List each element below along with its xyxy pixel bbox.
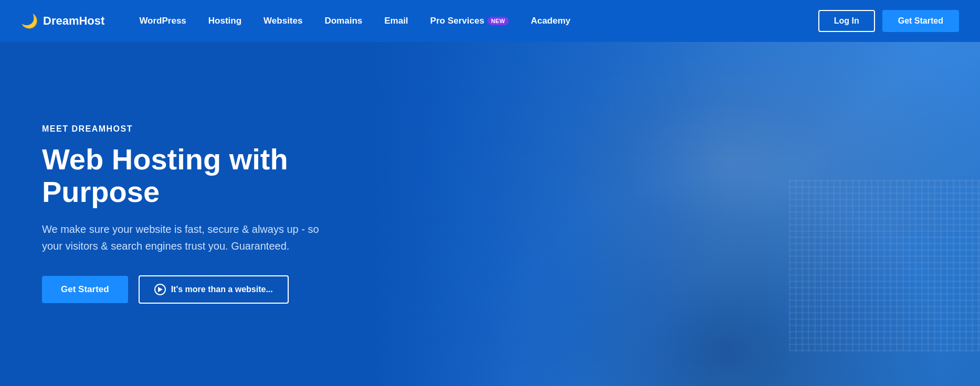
navbar: 🌙 DreamHost WordPress Hosting Websites D… bbox=[0, 0, 980, 42]
play-icon bbox=[154, 284, 166, 295]
nav-item-wordpress[interactable]: WordPress bbox=[131, 12, 194, 30]
nav-links: WordPress Hosting Websites Domains Email… bbox=[131, 12, 818, 30]
hero-subtitle: We make sure your website is fast, secur… bbox=[42, 221, 325, 254]
logo-text: DreamHost bbox=[43, 14, 104, 28]
nav-item-pro-services[interactable]: Pro Services New bbox=[422, 12, 518, 30]
video-cta-label: It's more than a website... bbox=[171, 285, 273, 294]
nav-item-domains[interactable]: Domains bbox=[316, 12, 371, 30]
logo-icon: 🌙 bbox=[21, 13, 38, 29]
new-badge: New bbox=[488, 17, 509, 25]
logo[interactable]: 🌙 DreamHost bbox=[21, 13, 104, 29]
hero-eyebrow: MEET DREAMHOST bbox=[42, 124, 325, 134]
login-button[interactable]: Log In bbox=[818, 10, 875, 32]
hero-content: MEET DREAMHOST Web Hosting with Purpose … bbox=[0, 124, 367, 303]
hero-title: Web Hosting with Purpose bbox=[42, 143, 325, 208]
nav-item-email[interactable]: Email bbox=[376, 12, 416, 30]
hero-overlay bbox=[343, 42, 980, 386]
hero-section: MEET DREAMHOST Web Hosting with Purpose … bbox=[0, 42, 980, 386]
play-triangle bbox=[158, 287, 163, 292]
video-cta-button[interactable]: It's more than a website... bbox=[139, 275, 289, 304]
get-started-hero-button[interactable]: Get Started bbox=[42, 276, 128, 303]
nav-actions: Log In Get Started bbox=[818, 10, 959, 32]
nav-item-hosting[interactable]: Hosting bbox=[200, 12, 250, 30]
nav-item-academy[interactable]: Academy bbox=[522, 12, 579, 30]
hero-buttons: Get Started It's more than a website... bbox=[42, 275, 325, 304]
get-started-nav-button[interactable]: Get Started bbox=[882, 10, 959, 32]
nav-item-websites[interactable]: Websites bbox=[255, 12, 311, 30]
